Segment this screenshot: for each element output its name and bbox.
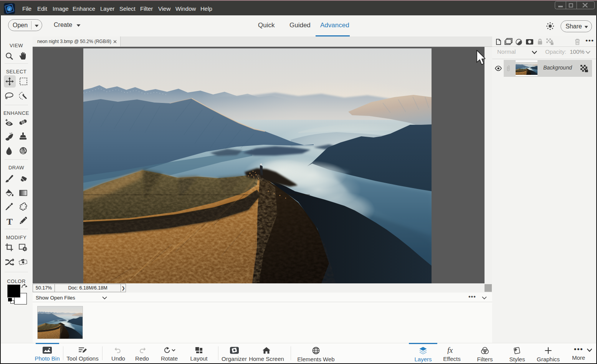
svg-text:e: e xyxy=(8,7,10,11)
svg-text:fx: fx xyxy=(447,347,453,354)
